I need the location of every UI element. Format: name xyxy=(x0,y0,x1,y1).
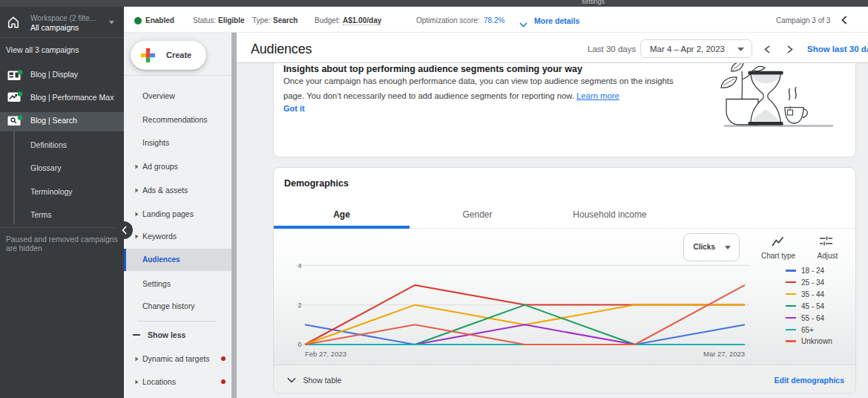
svg-text:Feb 27, 2023: Feb 27, 2023 xyxy=(305,350,346,358)
svg-text:4: 4 xyxy=(297,262,301,270)
svg-text:0: 0 xyxy=(297,341,301,348)
svg-text:Mar 27, 2023: Mar 27, 2023 xyxy=(703,350,745,358)
svg-text:2: 2 xyxy=(297,301,301,309)
